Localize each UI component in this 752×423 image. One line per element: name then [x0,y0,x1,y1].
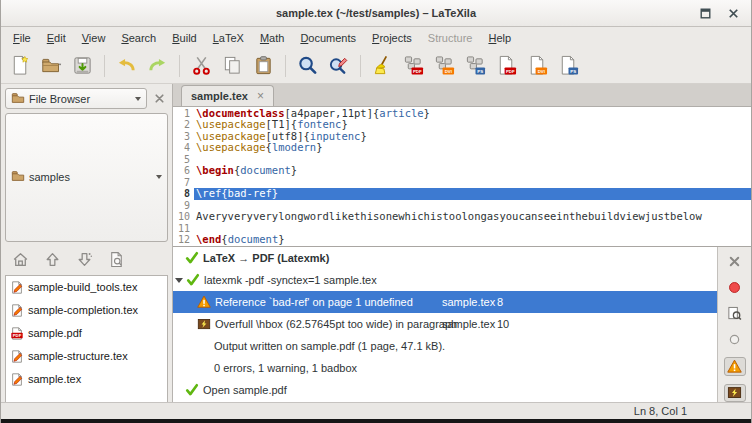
paste-button[interactable] [251,53,276,78]
build-badbox-row[interactable]: Overfull \hbox (62.57645pt too wide) in … [173,313,717,335]
copy-button[interactable] [220,53,245,78]
message-line-number: 8 [497,296,503,308]
line-number: 11 [173,223,194,235]
side-panel-selector[interactable]: File Browser [5,88,147,109]
build-view-toolbar [717,247,751,402]
menu-structure: Structure [420,30,481,46]
menu-edit[interactable]: Edit [39,30,74,46]
line-number: 12 [173,234,194,246]
new-document-button[interactable] [8,53,33,78]
view-pdf-button[interactable]: PDF [494,53,519,78]
directory-selector[interactable]: samples [5,113,168,242]
abort-button[interactable] [724,331,746,349]
cut-button[interactable] [189,53,214,78]
line-number: 1 [173,108,194,120]
chevron-down-icon [156,175,162,179]
compile-latex-to-pdf-button[interactable]: PDF [401,53,426,78]
titlebar[interactable]: sample.tex (~/test/samples) – LaTeXila [1,0,751,27]
build-command-row[interactable]: latexmk -pdf -synctex=1 sample.tex [173,269,717,291]
tab-close-icon[interactable]: × [257,90,264,102]
message-text: Open sample.pdf [203,384,287,396]
show-warnings-button[interactable] [724,357,746,375]
file-name: sample.tex [28,373,81,385]
window-title: sample.tex (~/test/samples) – LaTeXila [276,7,476,19]
parent-directory-button[interactable] [43,250,62,269]
menu-search[interactable]: Search [113,30,164,46]
file-browser-nav [5,247,168,275]
home-directory-button[interactable] [11,250,30,269]
maximize-icon[interactable] [698,6,713,21]
editor[interactable]: 1\documentclass[a4paper,11pt]{article}2\… [173,107,751,246]
message-line-number: 10 [497,318,509,330]
side-panel: File Browser samples sample-build_tools.… [1,84,173,402]
build-warning-row[interactable]: Reference `bad-ref' on page 1 undefineds… [173,291,717,313]
save-button[interactable] [70,53,95,78]
svg-text:DVI: DVI [445,69,452,74]
code-text: Averyveryverylongwordlikethisonewhichist… [194,211,751,223]
editor-line[interactable]: 6\begin{document} [173,165,751,177]
editor-line[interactable]: 4\usepackage{lmodern} [173,142,751,154]
menu-view[interactable]: View [74,30,114,46]
build-open-row[interactable]: Open sample.pdf [173,379,717,401]
menu-projects[interactable]: Projects [364,30,420,46]
search-button[interactable] [295,53,320,78]
view-ps-button[interactable]: PS [556,53,581,78]
open-button[interactable] [39,53,64,78]
show-errors-button[interactable] [724,278,746,296]
message-text: Overfull \hbox (62.57645pt too wide) in … [215,318,457,330]
message-file: sample.tex [442,296,495,308]
build-view-close-button[interactable] [724,252,746,270]
toolbar-separator [179,55,180,77]
side-panel-selector-label: File Browser [29,93,90,105]
line-number: 10 [173,211,194,223]
editor-line[interactable]: 10Averyveryverylongwordlikethisonewhichi… [173,211,751,223]
jump-to-active-document-button[interactable] [75,250,94,269]
svg-text:PDF: PDF [506,69,515,74]
show-details-button[interactable] [724,305,746,323]
file-item[interactable]: sample-build_tools.tex [6,276,167,299]
show-badboxes-button[interactable] [724,384,746,402]
line-number: 7 [173,177,194,189]
check-icon [185,251,199,265]
pdf-file-icon: PDF [10,326,24,341]
toolbar-separator [360,55,361,77]
undo-button[interactable] [114,53,139,78]
file-item[interactable]: sample.tex [6,368,167,391]
menu-latex[interactable]: LaTeX [205,30,252,46]
badbox-icon [197,317,211,331]
file-list: sample-build_tools.texsample-completion.… [5,275,168,403]
expander-icon[interactable] [175,278,183,283]
compile-latex-to-ps-button[interactable]: PS [463,53,488,78]
close-icon[interactable] [726,6,741,21]
file-item[interactable]: PDFsample.pdf [6,322,167,345]
tab-sample-tex[interactable]: sample.tex × [181,85,274,106]
svg-text:PS: PS [477,69,483,74]
menu-build[interactable]: Build [164,30,204,46]
side-panel-close-button[interactable] [150,90,168,108]
menu-math[interactable]: Math [252,30,292,46]
build-job-row[interactable]: LaTeX → PDF (Latexmk) [173,247,717,269]
line-number: 6 [173,165,194,177]
menu-documents[interactable]: Documents [292,30,364,46]
editor-line-selected[interactable]: 8\ref{bad-ref} [173,188,751,200]
build-summary-row[interactable]: 0 errors, 1 warning, 1 badbox [173,357,717,379]
clean-build-files-button[interactable] [370,53,395,78]
build-output-row[interactable]: Output written on sample.pdf (1 page, 47… [173,335,717,357]
view-dvi-button[interactable]: DVI [525,53,550,78]
message-text: LaTeX → PDF (Latexmk) [203,252,329,264]
editor-line[interactable]: 12\end{document} [173,234,751,246]
content: File Browser samples sample-build_tools.… [1,84,751,402]
message-text: latexmk -pdf -synctex=1 sample.tex [204,274,377,286]
search-replace-button[interactable] [326,53,351,78]
window-bottom-edge [1,419,751,423]
redo-button[interactable] [145,53,170,78]
compile-latex-to-dvi-button[interactable]: DVI [432,53,457,78]
open-file-browser-button[interactable] [107,250,126,269]
tex-file-icon [10,349,24,364]
message-text: Reference `bad-ref' on page 1 undefined [215,296,413,308]
menu-file[interactable]: File [5,30,39,46]
line-number: 9 [173,200,194,212]
menu-help[interactable]: Help [480,30,519,46]
file-item[interactable]: sample-structure.tex [6,345,167,368]
file-item[interactable]: sample-completion.tex [6,299,167,322]
